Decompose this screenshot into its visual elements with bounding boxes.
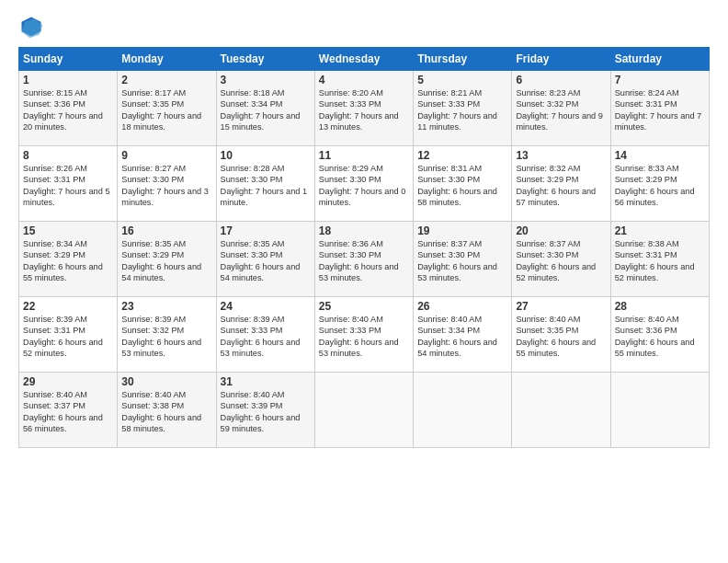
day-cell: 25Sunrise: 8:40 AMSunset: 3:33 PMDayligh… [314, 297, 413, 373]
day-cell: 27Sunrise: 8:40 AMSunset: 3:35 PMDayligh… [512, 297, 610, 373]
cell-info: Sunrise: 8:34 AMSunset: 3:29 PMDaylight:… [23, 239, 103, 282]
day-number: 22 [23, 300, 113, 313]
day-cell: 19Sunrise: 8:37 AMSunset: 3:30 PMDayligh… [414, 222, 512, 297]
cell-info: Sunrise: 8:40 AMSunset: 3:33 PMDaylight:… [319, 315, 399, 358]
cell-info: Sunrise: 8:21 AMSunset: 3:33 PMDaylight:… [417, 88, 497, 132]
day-cell: 22Sunrise: 8:39 AMSunset: 3:31 PMDayligh… [19, 297, 118, 373]
cell-info: Sunrise: 8:39 AMSunset: 3:32 PMDaylight:… [121, 315, 201, 358]
week-row-1: 1Sunrise: 8:15 AMSunset: 3:36 PMDaylight… [19, 71, 710, 146]
cell-info: Sunrise: 8:38 AMSunset: 3:31 PMDaylight:… [615, 239, 695, 282]
day-number: 30 [121, 375, 211, 388]
cell-info: Sunrise: 8:27 AMSunset: 3:30 PMDaylight:… [121, 164, 209, 207]
day-header-wednesday: Wednesday [314, 48, 413, 71]
day-cell [414, 373, 512, 448]
day-number: 21 [615, 224, 705, 237]
calendar-table: SundayMondayTuesdayWednesdayThursdayFrid… [18, 47, 710, 448]
day-number: 13 [516, 149, 606, 162]
day-cell [610, 373, 709, 448]
day-cell: 26Sunrise: 8:40 AMSunset: 3:34 PMDayligh… [414, 297, 512, 373]
day-cell: 14Sunrise: 8:33 AMSunset: 3:29 PMDayligh… [610, 146, 709, 222]
day-number: 28 [615, 300, 705, 313]
day-number: 26 [417, 300, 507, 313]
day-cell: 16Sunrise: 8:35 AMSunset: 3:29 PMDayligh… [118, 222, 216, 297]
cell-info: Sunrise: 8:40 AMSunset: 3:35 PMDaylight:… [516, 315, 596, 358]
cell-info: Sunrise: 8:17 AMSunset: 3:35 PMDaylight:… [121, 88, 201, 132]
cell-info: Sunrise: 8:23 AMSunset: 3:32 PMDaylight:… [516, 88, 603, 132]
cell-info: Sunrise: 8:35 AMSunset: 3:29 PMDaylight:… [121, 239, 201, 282]
day-number: 14 [615, 149, 705, 162]
day-number: 10 [221, 149, 311, 162]
cell-info: Sunrise: 8:40 AMSunset: 3:39 PMDaylight:… [221, 390, 301, 433]
day-number: 1 [23, 74, 113, 86]
day-cell: 17Sunrise: 8:35 AMSunset: 3:30 PMDayligh… [216, 222, 314, 297]
cell-info: Sunrise: 8:28 AMSunset: 3:30 PMDaylight:… [221, 164, 308, 207]
cell-info: Sunrise: 8:18 AMSunset: 3:34 PMDaylight:… [221, 88, 301, 132]
day-cell: 13Sunrise: 8:32 AMSunset: 3:29 PMDayligh… [512, 146, 610, 222]
day-number: 2 [121, 74, 211, 86]
cell-info: Sunrise: 8:37 AMSunset: 3:30 PMDaylight:… [516, 239, 596, 282]
cell-info: Sunrise: 8:24 AMSunset: 3:31 PMDaylight:… [615, 88, 702, 132]
day-cell: 3Sunrise: 8:18 AMSunset: 3:34 PMDaylight… [216, 71, 314, 146]
day-number: 9 [121, 149, 211, 162]
day-number: 3 [221, 74, 311, 86]
day-cell: 28Sunrise: 8:40 AMSunset: 3:36 PMDayligh… [610, 297, 709, 373]
day-cell: 24Sunrise: 8:39 AMSunset: 3:33 PMDayligh… [216, 297, 314, 373]
day-cell: 2Sunrise: 8:17 AMSunset: 3:35 PMDaylight… [118, 71, 216, 146]
day-header-monday: Monday [118, 48, 216, 71]
cell-info: Sunrise: 8:36 AMSunset: 3:30 PMDaylight:… [319, 239, 399, 282]
day-cell: 6Sunrise: 8:23 AMSunset: 3:32 PMDaylight… [512, 71, 610, 146]
day-number: 16 [121, 224, 211, 237]
cell-info: Sunrise: 8:37 AMSunset: 3:30 PMDaylight:… [417, 239, 497, 282]
day-cell: 4Sunrise: 8:20 AMSunset: 3:33 PMDaylight… [314, 71, 413, 146]
cell-info: Sunrise: 8:40 AMSunset: 3:37 PMDaylight:… [23, 390, 103, 433]
day-number: 18 [319, 224, 409, 237]
cell-info: Sunrise: 8:20 AMSunset: 3:33 PMDaylight:… [319, 88, 399, 132]
week-row-4: 22Sunrise: 8:39 AMSunset: 3:31 PMDayligh… [19, 297, 710, 373]
day-cell: 5Sunrise: 8:21 AMSunset: 3:33 PMDaylight… [414, 71, 512, 146]
cell-info: Sunrise: 8:33 AMSunset: 3:29 PMDaylight:… [615, 164, 695, 207]
cell-info: Sunrise: 8:32 AMSunset: 3:29 PMDaylight:… [516, 164, 596, 207]
day-number: 29 [23, 375, 113, 388]
day-number: 5 [417, 74, 507, 86]
day-cell [314, 373, 413, 448]
cell-info: Sunrise: 8:39 AMSunset: 3:33 PMDaylight:… [221, 315, 301, 358]
day-cell: 29Sunrise: 8:40 AMSunset: 3:37 PMDayligh… [19, 373, 118, 448]
day-number: 27 [516, 300, 606, 313]
cell-info: Sunrise: 8:39 AMSunset: 3:31 PMDaylight:… [23, 315, 103, 358]
day-cell: 12Sunrise: 8:31 AMSunset: 3:30 PMDayligh… [414, 146, 512, 222]
day-header-thursday: Thursday [414, 48, 512, 71]
day-number: 4 [319, 74, 409, 86]
cell-info: Sunrise: 8:40 AMSunset: 3:36 PMDaylight:… [615, 315, 695, 358]
day-number: 8 [23, 149, 113, 162]
cell-info: Sunrise: 8:29 AMSunset: 3:30 PMDaylight:… [319, 164, 406, 207]
day-header-tuesday: Tuesday [216, 48, 314, 71]
cell-info: Sunrise: 8:40 AMSunset: 3:34 PMDaylight:… [417, 315, 497, 358]
day-cell: 11Sunrise: 8:29 AMSunset: 3:30 PMDayligh… [314, 146, 413, 222]
day-header-sunday: Sunday [19, 48, 118, 71]
day-number: 6 [516, 74, 606, 86]
week-row-5: 29Sunrise: 8:40 AMSunset: 3:37 PMDayligh… [19, 373, 710, 448]
day-cell: 31Sunrise: 8:40 AMSunset: 3:39 PMDayligh… [216, 373, 314, 448]
day-cell: 21Sunrise: 8:38 AMSunset: 3:31 PMDayligh… [610, 222, 709, 297]
cell-info: Sunrise: 8:35 AMSunset: 3:30 PMDaylight:… [221, 239, 301, 282]
cell-info: Sunrise: 8:31 AMSunset: 3:30 PMDaylight:… [417, 164, 497, 207]
logo [18, 14, 48, 40]
header-row: SundayMondayTuesdayWednesdayThursdayFrid… [19, 48, 710, 71]
day-cell: 18Sunrise: 8:36 AMSunset: 3:30 PMDayligh… [314, 222, 413, 297]
week-row-2: 8Sunrise: 8:26 AMSunset: 3:31 PMDaylight… [19, 146, 710, 222]
header [18, 14, 710, 40]
day-cell: 10Sunrise: 8:28 AMSunset: 3:30 PMDayligh… [216, 146, 314, 222]
day-header-saturday: Saturday [610, 48, 709, 71]
day-cell: 15Sunrise: 8:34 AMSunset: 3:29 PMDayligh… [19, 222, 118, 297]
day-number: 17 [221, 224, 311, 237]
day-number: 15 [23, 224, 113, 237]
day-cell: 1Sunrise: 8:15 AMSunset: 3:36 PMDaylight… [19, 71, 118, 146]
day-number: 25 [319, 300, 409, 313]
day-number: 23 [121, 300, 211, 313]
page: SundayMondayTuesdayWednesdayThursdayFrid… [0, 0, 728, 563]
day-number: 11 [319, 149, 409, 162]
day-cell: 30Sunrise: 8:40 AMSunset: 3:38 PMDayligh… [118, 373, 216, 448]
logo-icon [18, 14, 44, 40]
day-cell: 23Sunrise: 8:39 AMSunset: 3:32 PMDayligh… [118, 297, 216, 373]
cell-info: Sunrise: 8:40 AMSunset: 3:38 PMDaylight:… [121, 390, 201, 433]
